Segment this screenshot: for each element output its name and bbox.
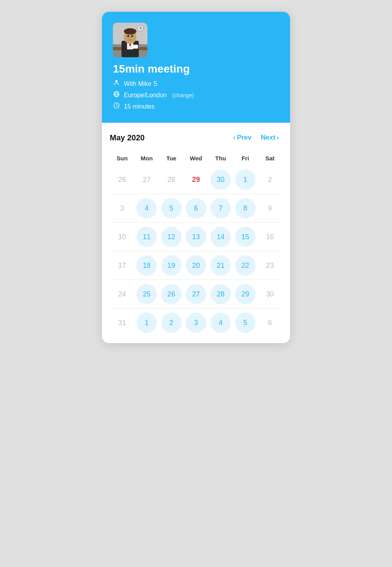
calendar-day[interactable]: 27 <box>184 282 209 307</box>
calendar-day[interactable]: 21 <box>208 253 233 278</box>
calendar-day[interactable]: 18 <box>134 253 159 278</box>
day-number[interactable]: 5 <box>161 198 181 218</box>
day-number[interactable]: 11 <box>136 227 157 247</box>
day-number[interactable]: 13 <box>186 227 206 247</box>
day-number[interactable]: 27 <box>186 284 206 304</box>
host-row: With Mike S <box>113 79 279 88</box>
day-number[interactable]: 12 <box>161 227 181 247</box>
duration-row: 15 minutes <box>113 102 279 111</box>
day-number[interactable]: 2 <box>161 313 181 333</box>
calendar-day[interactable]: 11 <box>134 224 159 249</box>
svg-rect-14 <box>133 45 138 49</box>
header-sun: Sun <box>110 153 134 164</box>
duration-label: 15 minutes <box>124 103 154 110</box>
chevron-right-icon: › <box>277 134 279 142</box>
day-number: 16 <box>260 227 280 247</box>
calendar-day[interactable]: 1 <box>134 310 159 335</box>
day-number[interactable]: 22 <box>235 255 256 276</box>
calendar-day[interactable]: 8 <box>233 196 258 221</box>
calendar-day[interactable]: 29 <box>233 282 258 307</box>
host-label: With Mike S <box>124 80 157 87</box>
calendar-day[interactable]: 25 <box>134 282 159 307</box>
day-number: 9 <box>260 198 280 218</box>
calendar-day[interactable]: 3 <box>184 310 209 335</box>
day-number[interactable]: 3 <box>186 313 206 333</box>
calendar-day: 10 <box>110 224 134 249</box>
calendar-day[interactable]: 26 <box>159 282 184 307</box>
calendar-day: 3 <box>110 196 134 221</box>
calendar-week: 262728293012 <box>110 167 282 192</box>
prev-label: Prev <box>237 134 252 142</box>
svg-point-15 <box>115 80 118 82</box>
day-number: 23 <box>260 255 280 276</box>
day-number: 3 <box>112 198 132 218</box>
svg-point-11 <box>127 35 129 37</box>
day-number[interactable]: 20 <box>186 255 206 276</box>
day-number: 28 <box>161 169 181 190</box>
day-number: 30 <box>260 284 280 304</box>
calendar-day[interactable]: 5 <box>159 196 184 221</box>
calendar-day[interactable]: 30 <box>208 167 233 192</box>
day-number[interactable]: 28 <box>211 284 231 304</box>
timezone-row: Europe/London (change) <box>113 91 279 100</box>
calendar-day[interactable]: 22 <box>233 253 258 278</box>
calendar-day[interactable]: 7 <box>208 196 233 221</box>
calendar-grid: Sun Mon Tue Wed Thu Fri Sat 262728293012… <box>110 153 282 335</box>
day-number[interactable]: 8 <box>235 198 256 218</box>
calendar-day[interactable]: 19 <box>159 253 184 278</box>
calendar-day: 26 <box>110 167 134 192</box>
day-number[interactable]: 1 <box>136 313 157 333</box>
calendar-week: 10111213141516 <box>110 224 282 249</box>
globe-icon <box>113 91 120 100</box>
day-number[interactable]: 4 <box>211 313 231 333</box>
header-wed: Wed <box>184 153 209 164</box>
calendar-day[interactable]: 4 <box>208 310 233 335</box>
calendar-day[interactable]: 1 <box>233 167 258 192</box>
calendar-day[interactable]: 13 <box>184 224 209 249</box>
day-number: 17 <box>112 255 132 276</box>
calendar-day[interactable]: 5 <box>233 310 258 335</box>
day-number[interactable]: 21 <box>211 255 231 276</box>
next-button[interactable]: Next › <box>258 132 282 143</box>
day-number[interactable]: 19 <box>161 255 181 276</box>
calendar-day[interactable]: 6 <box>184 196 209 221</box>
header-meta: With Mike S Europe/London (change) 15 mi… <box>113 79 279 111</box>
calendar-day[interactable]: 2 <box>159 310 184 335</box>
calendar-day: 31 <box>110 310 134 335</box>
calendar-nav: May 2020 ‹ Prev Next › <box>110 132 282 143</box>
calendar-day[interactable]: 12 <box>159 224 184 249</box>
calendar-day: 9 <box>258 196 282 221</box>
calendar-day[interactable]: 28 <box>208 282 233 307</box>
day-number[interactable]: 26 <box>161 284 181 304</box>
day-number[interactable]: 7 <box>211 198 231 218</box>
calendar-day[interactable]: 20 <box>184 253 209 278</box>
day-number[interactable]: 14 <box>211 227 231 247</box>
calendar-day: 2 <box>258 167 282 192</box>
header-tue: Tue <box>159 153 184 164</box>
calendar-week: 24252627282930 <box>110 282 282 307</box>
prev-button[interactable]: ‹ Prev <box>230 132 255 143</box>
day-number[interactable]: 5 <box>235 313 256 333</box>
day-number[interactable]: 15 <box>235 227 256 247</box>
calendar-day[interactable]: 4 <box>134 196 159 221</box>
booking-card: 15min meeting With Mike S Europe/London … <box>102 12 290 343</box>
calendar-week: 3456789 <box>110 196 282 221</box>
timezone-change-link[interactable]: (change) <box>172 92 194 98</box>
svg-point-12 <box>131 35 133 37</box>
day-number[interactable]: 4 <box>136 198 157 218</box>
calendar-weeks: 2627282930123456789101112131415161718192… <box>110 167 282 335</box>
calendar-day: 16 <box>258 224 282 249</box>
day-number: 6 <box>260 313 280 333</box>
meeting-title: 15min meeting <box>113 63 279 75</box>
day-number[interactable]: 29 <box>235 284 256 304</box>
next-label: Next <box>261 134 275 142</box>
calendar-day[interactable]: 14 <box>208 224 233 249</box>
svg-point-10 <box>124 28 136 35</box>
calendar-week: 17181920212223 <box>110 253 282 278</box>
day-number[interactable]: 18 <box>136 255 157 276</box>
day-number[interactable]: 25 <box>136 284 157 304</box>
calendar-day[interactable]: 15 <box>233 224 258 249</box>
day-number[interactable]: 6 <box>186 198 206 218</box>
day-number[interactable]: 30 <box>211 169 231 190</box>
day-number[interactable]: 1 <box>235 169 256 190</box>
